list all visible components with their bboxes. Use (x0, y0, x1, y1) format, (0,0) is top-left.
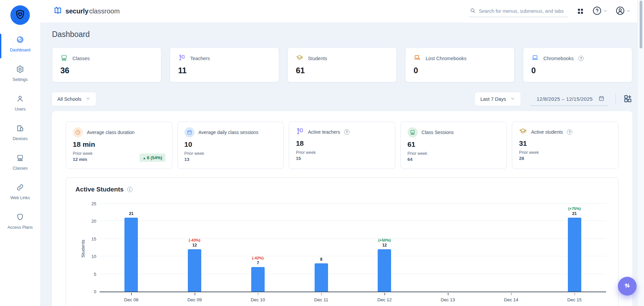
x-tick (511, 293, 512, 295)
sidebar-item-web-links[interactable]: Web Links (0, 181, 40, 210)
gear-icon (16, 69, 24, 74)
metric-card-value: 31 (519, 139, 611, 147)
bar (124, 218, 138, 292)
metric-card-label: Active students (531, 129, 563, 135)
y-tick-label: 5 (84, 272, 96, 277)
search-icon (470, 8, 476, 15)
filter-row: All Schools Last 7 Days 12/8/2025 – 12/1… (52, 92, 632, 106)
help-menu[interactable] (592, 6, 607, 17)
metric-card-value: 18 (296, 139, 388, 147)
search-input[interactable] (479, 8, 567, 14)
bar-value-label: 21 (100, 211, 163, 216)
sidebar-item-classes[interactable]: Classes (0, 151, 40, 181)
delta-badge: ▲6 (54%) (140, 154, 165, 162)
info-icon[interactable]: i (127, 187, 132, 192)
date-range-preset-dropdown[interactable]: Last 7 Days (475, 92, 521, 106)
add-widget-icon (623, 94, 632, 104)
laptop-icon (531, 54, 539, 62)
divider (615, 93, 616, 105)
x-tick (384, 293, 385, 295)
stat-card-label: Classes (72, 56, 90, 61)
shield-heart-icon (14, 9, 26, 21)
scroll-toggle-fab[interactable] (618, 277, 637, 296)
metric-card-value: 18 min (73, 140, 165, 148)
scrollbar-thumb[interactable] (640, 1, 642, 48)
scrollbar-track (637, 0, 644, 306)
bar-delta-label: (+75%) (543, 207, 606, 211)
prior-week-value: 13 (184, 157, 204, 162)
help-tooltip-icon[interactable]: ? (344, 129, 350, 135)
chart-slot-dec-14: Dec 14 (480, 204, 543, 292)
school-filter-dropdown[interactable]: All Schools (52, 92, 96, 106)
sidebar-item-devices[interactable]: Devices (0, 122, 40, 151)
apps-grid-icon[interactable] (578, 9, 583, 14)
sidebar-item-dashboard[interactable]: Dashboard (0, 33, 40, 62)
sidebar-item-access-plans[interactable]: Access Plans (0, 210, 40, 240)
metric-card-label: Average daily class sessions (199, 130, 259, 135)
add-widget-button[interactable] (623, 94, 632, 104)
help-tooltip-icon[interactable]: ? (578, 56, 584, 61)
x-tick-label: Dec 10 (226, 297, 290, 302)
sidebar-item-label: Web Links (0, 195, 40, 200)
y-tick-label: 0 (84, 289, 96, 294)
main-content: Dashboard Classes36Teachers11Students61L… (40, 23, 644, 306)
teacher-icon (296, 127, 304, 136)
prior-week-label: Prior week (519, 150, 539, 155)
bar (315, 263, 328, 292)
sidebar-item-users[interactable]: Users (0, 92, 40, 122)
stat-card-value: 36 (60, 66, 153, 75)
bar-delta-label: (-42%) (226, 256, 290, 260)
swap-vertical-icon (623, 281, 632, 291)
calendar-icon (184, 127, 195, 137)
metric-card-class-sessions: Class Sessions61Prior week64 (400, 122, 507, 169)
help-tooltip-icon[interactable]: ? (567, 129, 572, 135)
account-menu[interactable] (615, 6, 631, 17)
x-tick-label: Dec 15 (543, 297, 606, 302)
chart-slot-dec-09: 12(-43%)Dec 09 (163, 204, 226, 292)
stat-card-students: Students61 (287, 47, 397, 82)
stat-card-value: 11 (178, 66, 271, 75)
date-range-field[interactable]: 12/8/2025 – 12/15/2025 (531, 92, 608, 106)
chart-slot-dec-08: 21Dec 08 (100, 204, 163, 292)
securly-book-icon (53, 6, 62, 16)
bar-delta-label: (-43%) (163, 238, 226, 242)
clock-icon (73, 127, 83, 137)
stat-card-teachers: Teachers11 (170, 47, 279, 82)
prior-week-label: Prior week (408, 151, 427, 156)
laptop-x-icon (414, 54, 421, 62)
chevron-down-icon (510, 96, 515, 102)
x-tick-label: Dec 11 (289, 297, 353, 302)
grad-cap-icon (519, 127, 527, 136)
screen-people-icon (408, 127, 418, 137)
stat-card-chromebooks: Chromebooks?0 (523, 47, 632, 82)
user-icon (16, 98, 24, 104)
x-tick-label: Dec 13 (416, 297, 480, 302)
brand-name-light: classroom (89, 7, 120, 15)
top-bar: securlyclassroom (0, 0, 644, 23)
calendar-icon[interactable] (598, 95, 605, 103)
prior-week-value: 12 min (73, 157, 93, 162)
sidebar-item-label: Users (0, 107, 40, 112)
stat-card-label: Chromebooks (543, 56, 574, 61)
stat-card-label: Lost Chromebooks (426, 56, 467, 61)
bar-value-label: 7 (226, 261, 290, 265)
x-tick (195, 293, 195, 295)
bar-delta-label: (+50%) (353, 238, 416, 242)
sidebar-item-label: Access Plans (0, 225, 40, 230)
x-tick (321, 293, 322, 295)
bar (188, 249, 201, 292)
active-item-indicator (0, 34, 1, 58)
gridline (100, 203, 606, 204)
bar-value-label: 21 (543, 211, 606, 216)
global-search[interactable] (469, 6, 568, 17)
bar (568, 218, 581, 292)
securly-shield-logo[interactable] (10, 5, 30, 25)
sidebar-item-settings[interactable]: Settings (0, 62, 40, 92)
metric-card-label: Active teachers (308, 129, 340, 135)
date-range-value: 12/8/2025 – 12/15/2025 (537, 96, 593, 102)
metric-card-label: Class Sessions (422, 130, 454, 135)
y-tick-label: 10 (84, 254, 96, 259)
bar-chart: Students Date 051015202521Dec 0812(-43%)… (75, 196, 609, 306)
brand-name-bold: securly (65, 7, 89, 15)
stat-card-label: Teachers (190, 56, 210, 61)
